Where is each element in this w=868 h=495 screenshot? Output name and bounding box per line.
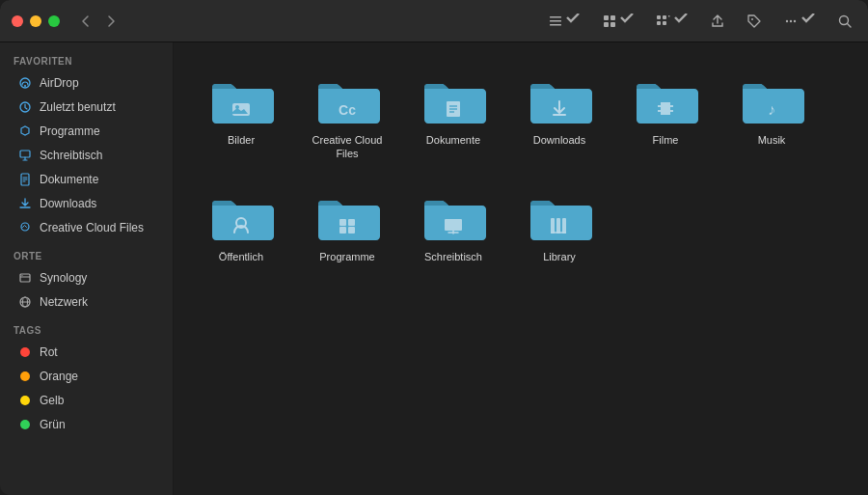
more-button[interactable]	[779, 12, 820, 31]
sidebar-item-label: Rot	[40, 345, 58, 359]
sidebar-item-label: Synology	[40, 271, 87, 285]
dot-icon	[17, 417, 33, 432]
svg-rect-11	[668, 15, 670, 17]
sidebar-section-orte: Orte Synology Netzwerk	[0, 247, 173, 314]
sidebar-item-label: Gelb	[40, 394, 64, 407]
folder-label: Downloads	[533, 133, 585, 147]
svg-rect-46	[339, 227, 346, 234]
folder-icon	[206, 69, 276, 127]
list-view-button[interactable]	[544, 12, 584, 31]
svg-rect-45	[348, 219, 355, 226]
sidebar-item-label: Programme	[40, 124, 100, 138]
sidebar-item-recent[interactable]: Zuletzt benutzt	[4, 96, 169, 119]
sidebar-item-label: Netzwerk	[40, 295, 88, 309]
folder-label: Library	[543, 250, 576, 263]
svg-rect-48	[445, 219, 462, 231]
file-browser: Bilder Cc Creative Cloud Files Dokumente…	[174, 42, 868, 495]
svg-text:♪: ♪	[768, 101, 775, 118]
folder-item-downloads[interactable]: Downloads	[511, 62, 608, 169]
dot-icon	[17, 369, 33, 384]
svg-rect-50	[556, 218, 560, 234]
folder-icon	[525, 69, 594, 127]
folder-icon: Cc	[312, 69, 382, 127]
close-button[interactable]	[12, 15, 23, 27]
sidebar-item-label: Downloads	[40, 197, 96, 210]
share-button[interactable]	[706, 12, 729, 31]
folder-icon	[525, 186, 594, 244]
grid-view-button[interactable]	[598, 12, 638, 31]
svg-rect-39	[670, 102, 673, 105]
sidebar-item-documents[interactable]: Dokumente	[4, 168, 169, 191]
folder-icon	[312, 186, 382, 244]
downloads-icon	[17, 196, 33, 211]
nav-arrows	[75, 13, 122, 30]
svg-rect-1	[550, 20, 561, 22]
folder-item-programme[interactable]: Programme	[299, 179, 395, 271]
sidebar-item-airdrop[interactable]: AirDrop	[4, 71, 169, 95]
group-view-button[interactable]	[652, 12, 692, 31]
svg-point-14	[790, 19, 792, 21]
sidebar-item-label: Orange	[40, 370, 78, 383]
sidebar-item-tag-red[interactable]: Rot	[4, 341, 169, 364]
folder-item-library[interactable]: Library	[511, 179, 608, 271]
svg-point-12	[751, 18, 753, 20]
traffic-lights	[12, 15, 60, 27]
title-bar	[0, 0, 868, 42]
sidebar-item-network[interactable]: Netzwerk	[4, 290, 169, 314]
desktop-icon	[17, 148, 33, 163]
svg-rect-2	[550, 24, 561, 26]
sidebar-item-synology[interactable]: Synology	[4, 266, 169, 289]
back-button[interactable]	[75, 13, 96, 30]
svg-rect-27	[232, 103, 250, 116]
folder-item-offentlich[interactable]: Öffentlich	[193, 179, 289, 271]
sidebar-item-programmes[interactable]: Programme	[4, 120, 169, 143]
sidebar-item-downloads[interactable]: Downloads	[4, 192, 169, 215]
sidebar-item-tag-green[interactable]: Grün	[4, 413, 169, 436]
svg-rect-47	[348, 227, 355, 234]
folder-label: Dokumente	[426, 133, 480, 147]
svg-rect-21	[20, 151, 30, 157]
svg-rect-10	[663, 21, 666, 25]
svg-line-17	[848, 23, 852, 27]
sidebar-item-label: Schreibtisch	[40, 149, 102, 162]
svg-rect-3	[604, 15, 609, 20]
folder-item-musik[interactable]: ♪ Musik	[723, 62, 820, 169]
folder-icon	[419, 186, 488, 244]
minimize-button[interactable]	[30, 15, 41, 27]
sidebar-item-creative[interactable]: Creative Cloud Files	[4, 216, 169, 239]
svg-rect-37	[658, 107, 661, 110]
folder-icon	[206, 186, 276, 244]
toolbar-actions	[544, 12, 856, 31]
search-button[interactable]	[833, 12, 856, 31]
svg-rect-44	[339, 219, 346, 226]
sidebar-item-tag-yellow[interactable]: Gelb	[4, 389, 169, 412]
folder-icon	[419, 69, 488, 127]
sidebar-item-label: Dokumente	[40, 173, 98, 186]
svg-rect-0	[550, 16, 561, 18]
sidebar-item-label: Creative Cloud Files	[40, 221, 144, 234]
svg-rect-4	[610, 15, 615, 20]
svg-rect-51	[562, 218, 566, 234]
sidebar-item-tag-orange[interactable]: Orange	[4, 365, 169, 388]
forward-button[interactable]	[100, 13, 122, 30]
folder-label: Programme	[319, 250, 374, 263]
folder-icon	[631, 69, 700, 127]
sidebar-section-title: Favoriten	[0, 52, 173, 70]
network-icon	[17, 294, 33, 310]
synology-icon	[17, 270, 33, 286]
documents-icon	[17, 172, 33, 187]
folder-item-bilder[interactable]: Bilder	[193, 62, 289, 169]
svg-point-24	[21, 275, 22, 276]
folder-item-schreibtisch[interactable]: Schreibtisch	[405, 179, 502, 271]
creative-icon	[17, 220, 33, 235]
sidebar-item-desktop[interactable]: Schreibtisch	[4, 144, 169, 167]
svg-rect-41	[670, 112, 673, 115]
dot-icon	[17, 393, 33, 408]
folder-item-filme[interactable]: Filme	[617, 62, 714, 169]
tag-button[interactable]	[743, 12, 766, 31]
maximize-button[interactable]	[48, 15, 60, 27]
svg-text:Cc: Cc	[339, 102, 356, 118]
folder-item-creative-cloud[interactable]: Cc Creative Cloud Files	[299, 62, 395, 169]
folder-item-dokumente[interactable]: Dokumente	[405, 62, 502, 169]
svg-rect-5	[604, 22, 609, 27]
